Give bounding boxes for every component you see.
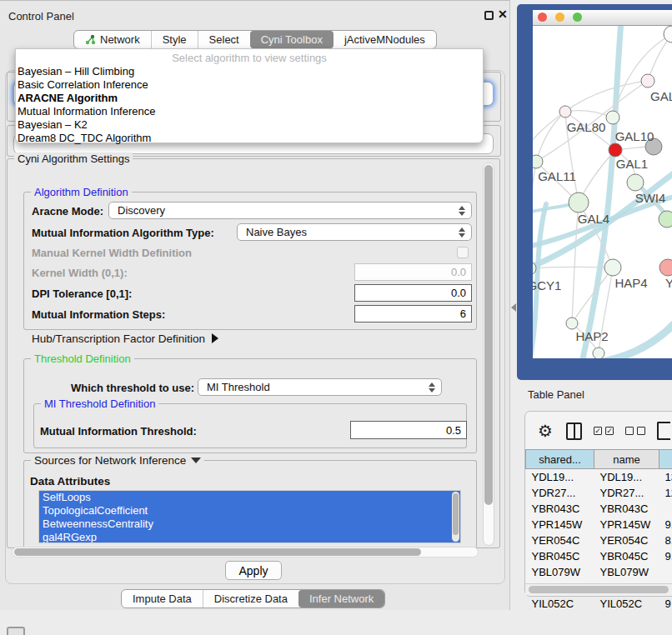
network-node[interactable] bbox=[606, 111, 619, 124]
unchecked-box-icon bbox=[625, 427, 634, 435]
attribute-list-item[interactable]: SelfLoops bbox=[39, 491, 460, 504]
mac-zoom-icon[interactable] bbox=[573, 12, 582, 22]
table-row[interactable]: YPR145WYPR145W9. bbox=[526, 517, 672, 532]
float-window-icon[interactable] bbox=[484, 11, 494, 20]
dropdown-item[interactable]: Bayesian – K2 bbox=[16, 118, 483, 132]
network-edge[interactable] bbox=[533, 162, 536, 268]
minimized-panel-icon[interactable] bbox=[7, 627, 25, 635]
table-row[interactable]: YBR045CYBR045C9. bbox=[526, 548, 672, 564]
attribute-list-item[interactable]: TopologicalCoefficient bbox=[39, 504, 460, 518]
node-label: GAL1 bbox=[616, 157, 648, 171]
network-node[interactable] bbox=[627, 174, 644, 191]
cyni-mode-tabbar: Impute DataDiscretize DataInfer Network bbox=[121, 589, 385, 608]
combo-stepper-icon bbox=[459, 206, 465, 216]
table-row[interactable]: YBR043CYBR043C bbox=[526, 501, 672, 517]
dropdown-item[interactable]: Mutual Information Inference bbox=[16, 105, 483, 118]
tab-network[interactable]: Network bbox=[74, 31, 151, 48]
mi-type-combobox[interactable]: Naive Bayes bbox=[237, 223, 472, 241]
network-node[interactable] bbox=[664, 26, 672, 42]
tab-select[interactable]: Select bbox=[198, 31, 250, 48]
network-node[interactable] bbox=[559, 106, 571, 118]
network-node[interactable] bbox=[659, 211, 672, 228]
tab-style[interactable]: Style bbox=[151, 31, 198, 48]
node-label: Y bbox=[665, 276, 672, 290]
column-header[interactable]: name bbox=[594, 450, 659, 469]
apply-button[interactable]: Apply bbox=[225, 561, 282, 580]
network-edge[interactable] bbox=[565, 81, 648, 112]
network-edge[interactable] bbox=[582, 26, 621, 358]
network-canvas[interactable]: GAL80GAL10GAL1GAL11SWI4GAL4GCY1HAP4YHAP2… bbox=[533, 26, 672, 358]
dropdown-item[interactable]: Dream8 DC_TDC Algorithm bbox=[16, 132, 483, 145]
deselect-all-checkboxes-icon[interactable] bbox=[625, 427, 645, 435]
tab-jactivemnodules[interactable]: jActiveMNodules bbox=[333, 31, 436, 48]
table-row[interactable]: YER054CYER054C8. bbox=[526, 532, 672, 548]
mi-threshold-label: Mutual Information Threshold: bbox=[40, 425, 197, 438]
table-toolbar: ⚙ ✓ ✓ bbox=[524, 414, 672, 448]
table-row[interactable]: YIL052CYIL052C9 bbox=[526, 596, 672, 612]
attributes-scrollbar-thumb[interactable] bbox=[453, 493, 459, 535]
table-horizontal-scrollbar-thumb[interactable] bbox=[529, 586, 669, 593]
aracne-mode-label: Aracne Mode: bbox=[32, 205, 103, 218]
network-node[interactable] bbox=[533, 155, 543, 168]
mac-minimize-icon[interactable] bbox=[555, 12, 564, 22]
network-node[interactable] bbox=[609, 143, 622, 157]
table-row[interactable]: YBL079WYBL079W bbox=[526, 564, 672, 580]
tab-infer-network[interactable]: Infer Network bbox=[298, 590, 384, 608]
settings-horizontal-scrollbar-thumb[interactable] bbox=[14, 548, 421, 556]
kernel-width-field[interactable]: 0.0 bbox=[354, 263, 472, 281]
cyni-algorithm-settings-title: Cyni Algorithm Settings bbox=[14, 152, 133, 165]
network-node[interactable] bbox=[641, 74, 654, 88]
node-label: GAL bbox=[650, 89, 672, 103]
dropdown-item[interactable]: Basic Correlation Inference bbox=[16, 78, 483, 92]
node-label: GCY1 bbox=[533, 278, 561, 292]
tab-impute-data[interactable]: Impute Data bbox=[122, 590, 203, 608]
tab-discretize-data[interactable]: Discretize Data bbox=[203, 590, 298, 608]
mi-threshold-field[interactable]: 0.5 bbox=[350, 421, 467, 439]
attribute-list-item[interactable]: gal4RGexp bbox=[39, 531, 460, 543]
panel-collapse-arrow-icon[interactable] bbox=[511, 303, 516, 312]
checked-box-icon: ✓ bbox=[594, 427, 602, 435]
mi-steps-field[interactable]: 6 bbox=[354, 305, 472, 322]
mi-steps-label: Mutual Information Steps: bbox=[32, 308, 165, 321]
network-node[interactable] bbox=[569, 192, 589, 212]
node-label: GAL4 bbox=[578, 212, 609, 226]
sources-title[interactable]: Sources for Network Inference bbox=[31, 454, 204, 467]
network-edge[interactable] bbox=[536, 112, 565, 162]
manual-kernel-label: Manual Kernel Width Definition bbox=[32, 247, 192, 259]
aracne-mode-combobox[interactable]: Discovery bbox=[108, 202, 472, 219]
attribute-list-item[interactable]: BetweennessCentrality bbox=[39, 518, 460, 531]
settings-vertical-scrollbar-thumb[interactable] bbox=[484, 165, 493, 505]
manual-kernel-checkbox[interactable] bbox=[457, 247, 469, 258]
select-all-checkboxes-icon[interactable]: ✓ ✓ bbox=[594, 427, 614, 435]
network-window-titlebar[interactable] bbox=[533, 10, 672, 26]
network-node[interactable] bbox=[566, 318, 578, 329]
network-node[interactable] bbox=[659, 259, 672, 276]
network-node[interactable] bbox=[604, 259, 621, 276]
combo-stepper-icon bbox=[429, 382, 435, 392]
algorithm-definition-title: Algorithm Definition bbox=[31, 186, 132, 198]
which-threshold-combobox[interactable]: MI Threshold bbox=[198, 378, 442, 396]
combo-stepper-icon bbox=[459, 228, 465, 238]
mi-type-label: Mutual Information Algorithm Type: bbox=[32, 227, 214, 239]
column-header[interactable]: A bbox=[659, 450, 672, 469]
export-table-icon[interactable] bbox=[657, 422, 670, 440]
gear-icon[interactable]: ⚙ bbox=[538, 421, 553, 441]
node-label: GAL10 bbox=[615, 129, 654, 143]
hub-definition-expander[interactable]: Hub/Transcription Factor Definition bbox=[32, 332, 218, 345]
close-window-icon[interactable]: ✕ bbox=[498, 8, 508, 21]
network-node[interactable] bbox=[593, 348, 604, 358]
control-panel-title: Control Panel bbox=[8, 10, 74, 22]
column-header[interactable]: shared... bbox=[526, 450, 594, 469]
dropdown-item[interactable]: ARACNE Algorithm bbox=[16, 92, 483, 105]
mac-close-icon[interactable] bbox=[538, 12, 547, 22]
split-columns-icon[interactable] bbox=[566, 422, 582, 440]
unchecked-box-icon bbox=[637, 427, 645, 435]
dpi-tolerance-field[interactable]: 0.0 bbox=[354, 284, 472, 302]
tab-cyni-toolbox[interactable]: Cyni Toolbox bbox=[250, 31, 333, 48]
table-row[interactable]: YDR27...YDR27...12 bbox=[526, 485, 672, 501]
kernel-width-label: Kernel Width (0,1): bbox=[32, 267, 128, 279]
dropdown-item[interactable]: Bayesian – Hill Climbing bbox=[16, 65, 483, 78]
table-row[interactable]: YDL19...YDL19...13 bbox=[526, 469, 672, 485]
threshold-definition-title: Threshold Definition bbox=[31, 352, 134, 365]
node-label: HAP2 bbox=[575, 329, 608, 343]
